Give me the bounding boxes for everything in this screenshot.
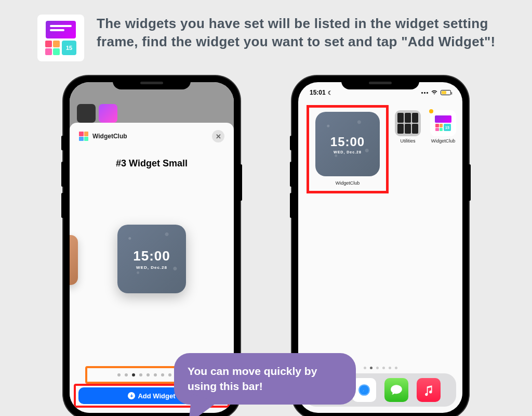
app-label: WidgetClub bbox=[431, 138, 456, 144]
more-icon bbox=[421, 92, 428, 94]
widget-time: 15:00 bbox=[330, 135, 365, 149]
tip-text: You can move quickly by using this bar! bbox=[188, 365, 317, 392]
instruction-text: The widgets you have set will be listed … bbox=[97, 15, 506, 51]
background-apps bbox=[77, 104, 117, 123]
widget-heading: #3 Widget Small bbox=[70, 158, 234, 169]
utilities-folder[interactable]: Utilities bbox=[395, 110, 421, 144]
tip-bubble: You can move quickly by using this bar! bbox=[174, 353, 356, 405]
app-label: Utilities bbox=[400, 138, 415, 144]
widget-date: WED, Dec.28 bbox=[136, 265, 167, 270]
app-icon-badge: 15 bbox=[62, 41, 76, 55]
adjacent-widget-preview[interactable] bbox=[70, 235, 78, 285]
messages-app[interactable] bbox=[384, 378, 408, 402]
close-button[interactable]: ✕ bbox=[212, 130, 224, 142]
folder-icon bbox=[395, 110, 421, 136]
widgetclub-app[interactable]: 15 WidgetClub bbox=[430, 110, 456, 144]
battery-icon bbox=[441, 90, 451, 95]
header: 15 The widgets you have set will be list… bbox=[0, 0, 532, 61]
plus-icon: + bbox=[128, 392, 135, 399]
music-app[interactable] bbox=[417, 378, 441, 402]
phone-notch bbox=[113, 76, 191, 89]
do-not-disturb-icon: ☾ bbox=[328, 90, 332, 96]
status-time: 15:01 bbox=[310, 89, 326, 96]
sheet-app-icon bbox=[79, 132, 88, 141]
widget-preview[interactable]: 15:00 WED, Dec.28 bbox=[117, 225, 186, 293]
add-widget-label: Add Widget bbox=[138, 392, 175, 400]
wifi-icon bbox=[431, 89, 438, 96]
widget-label: WidgetClub bbox=[336, 180, 360, 186]
sheet-title: WidgetClub bbox=[92, 133, 127, 140]
widgetclub-app-icon: 15 bbox=[37, 15, 84, 61]
widgetclub-icon: 15 bbox=[430, 110, 456, 136]
widget-time: 15:00 bbox=[133, 248, 170, 264]
phone-notch bbox=[341, 76, 419, 89]
placed-widget-highlight: 15:00 WED, Dec.28 WidgetClub bbox=[307, 105, 389, 193]
widget-date: WED, Dec.28 bbox=[334, 150, 362, 154]
placed-widget[interactable]: 15:00 WED, Dec.28 bbox=[315, 112, 380, 176]
phone-mockups: WidgetClub ✕ #3 Widget Small 15:00 WED, … bbox=[0, 76, 532, 416]
